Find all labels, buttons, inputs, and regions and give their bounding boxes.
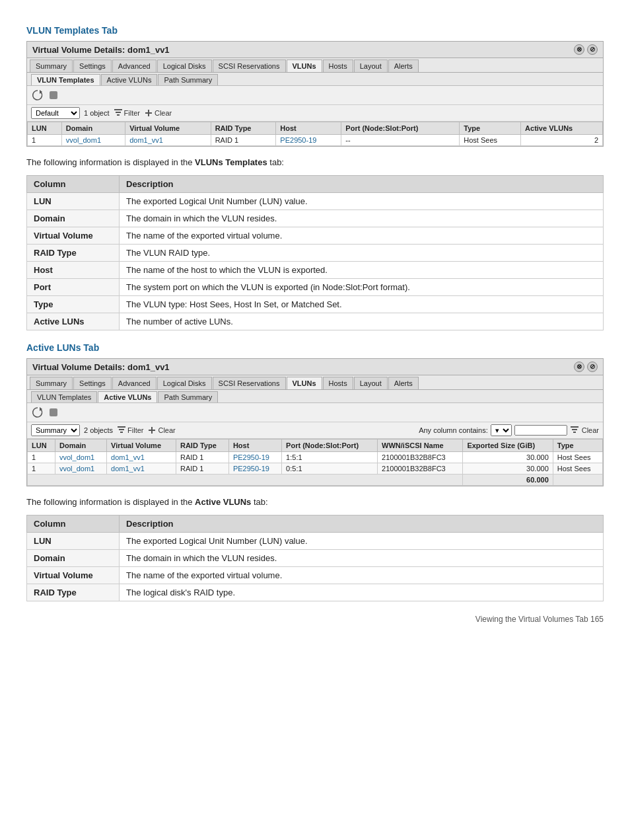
col-host-2[interactable]: Host xyxy=(228,439,281,452)
clear-button-2[interactable]: Clear xyxy=(147,426,175,435)
minimize-icon[interactable]: ⊗ xyxy=(574,44,584,55)
col-port-1[interactable]: Port (Node:Slot:Port) xyxy=(341,122,460,135)
active-luns-section: Active LUNs Tab Virtual Volume Details: … xyxy=(26,342,604,601)
stop-icon-2[interactable] xyxy=(47,406,60,419)
tab-alerts[interactable]: Alerts xyxy=(388,59,419,72)
col-raid-type-1[interactable]: RAID Type xyxy=(211,122,276,135)
subtab-path-summary[interactable]: Path Summary xyxy=(158,74,218,85)
subtab-active-vluns[interactable]: Active VLUNs xyxy=(101,74,158,85)
col-active-vluns-1[interactable]: Active VLUNs xyxy=(521,122,603,135)
any-col-input[interactable] xyxy=(514,425,567,436)
tab-layout-2[interactable]: Layout xyxy=(354,377,388,389)
cell-domain: vvol_dom1 xyxy=(61,135,125,146)
subtabs-row-2: VLUN Templates Active VLUNs Path Summary xyxy=(27,390,603,403)
svg-rect-8 xyxy=(50,408,57,416)
svg-rect-14 xyxy=(571,426,578,428)
filter-button-2[interactable]: Filter xyxy=(117,426,143,435)
col-domain-1[interactable]: Domain xyxy=(61,122,125,135)
tab-scsi-reservations-2[interactable]: SCSI Reservations xyxy=(213,377,286,389)
tab-advanced-2[interactable]: Advanced xyxy=(112,377,157,389)
tab-settings[interactable]: Settings xyxy=(73,59,112,72)
any-col-filter: Any column contains: ▾ Clear xyxy=(419,424,599,436)
clear-right-button[interactable]: Clear xyxy=(582,426,599,434)
desc-desc-header-1: Description xyxy=(120,176,604,193)
subtab-path-summary-2[interactable]: Path Summary xyxy=(158,391,218,402)
tab-summary-2[interactable]: Summary xyxy=(30,377,73,389)
tab-settings-2[interactable]: Settings xyxy=(73,377,112,389)
close-icon[interactable]: ⊘ xyxy=(587,44,598,55)
tab-summary[interactable]: Summary xyxy=(30,59,73,72)
refresh-icon[interactable] xyxy=(31,89,44,102)
svg-rect-9 xyxy=(118,426,125,428)
cell-lun: 1 xyxy=(28,135,62,146)
active-luns-titlebar-icons: ⊗ ⊘ xyxy=(574,362,598,372)
clear-button-1[interactable]: Clear xyxy=(144,108,172,118)
vlun-templates-desc-table: Column Description LUN The exported Logi… xyxy=(26,175,604,330)
tab-hosts-2[interactable]: Hosts xyxy=(323,377,353,389)
subtab-vlun-templates-2[interactable]: VLUN Templates xyxy=(31,391,97,402)
col-virtual-volume-2[interactable]: Virtual Volume xyxy=(107,439,176,452)
col-type-1[interactable]: Type xyxy=(460,122,521,135)
col-lun-2[interactable]: LUN xyxy=(28,439,55,452)
desc-desc: The name of the exported virtual volume. xyxy=(120,227,604,245)
minimize-icon-2[interactable]: ⊗ xyxy=(574,362,584,372)
toolbar-1 xyxy=(27,86,603,105)
svg-rect-10 xyxy=(119,429,124,430)
tab-logical-disks-2[interactable]: Logical Disks xyxy=(157,377,212,389)
svg-rect-1 xyxy=(50,91,57,99)
stop-icon[interactable] xyxy=(47,89,60,102)
desc-col: LUN xyxy=(27,533,120,550)
col-type-2[interactable]: Type xyxy=(553,439,602,452)
desc-desc-header-2: Description xyxy=(120,515,604,533)
cell-raid: RAID 1 xyxy=(176,463,228,475)
list-item: Active LUNs The number of active LUNs. xyxy=(27,313,604,330)
col-wwn-2[interactable]: WWN/iSCSI Name xyxy=(378,439,463,452)
filter-button-1[interactable]: Filter xyxy=(114,108,140,118)
col-raid-type-2[interactable]: RAID Type xyxy=(176,439,228,452)
tab-vluns[interactable]: VLUNs xyxy=(287,59,322,72)
active-luns-title: Virtual Volume Details: dom1_vv1 xyxy=(32,362,170,372)
desc-col-header-1: Column xyxy=(27,176,120,193)
list-item: Domain The domain in which the VLUN resi… xyxy=(27,210,604,227)
tab-layout[interactable]: Layout xyxy=(354,59,388,72)
tab-scsi-reservations[interactable]: SCSI Reservations xyxy=(213,59,286,72)
svg-rect-16 xyxy=(573,432,576,433)
col-domain-2[interactable]: Domain xyxy=(55,439,106,452)
tab-logical-disks[interactable]: Logical Disks xyxy=(157,59,212,72)
active-luns-titlebar: Virtual Volume Details: dom1_vv1 ⊗ ⊘ xyxy=(27,359,603,375)
close-icon-2[interactable]: ⊘ xyxy=(587,362,598,372)
list-item: LUN The exported Logical Unit Number (LU… xyxy=(27,533,604,550)
col-exported-size-2[interactable]: Exported Size (GiB) xyxy=(463,439,553,452)
col-virtual-volume-1[interactable]: Virtual Volume xyxy=(125,122,211,135)
col-port-2[interactable]: Port (Node:Slot:Port) xyxy=(282,439,378,452)
col-lun-1[interactable]: LUN xyxy=(28,122,62,135)
cell-vv: dom1_vv1 xyxy=(107,463,176,475)
cell-active-vluns: 2 xyxy=(521,135,603,146)
cell-lun: 1 xyxy=(28,452,55,463)
active-luns-table: LUN Domain Virtual Volume RAID Type Host… xyxy=(27,439,603,486)
tab-alerts-2[interactable]: Alerts xyxy=(388,377,419,389)
col-host-1[interactable]: Host xyxy=(276,122,341,135)
cell-vv: dom1_vv1 xyxy=(125,135,211,146)
tab-hosts[interactable]: Hosts xyxy=(323,59,353,72)
refresh-icon-2[interactable] xyxy=(31,406,44,419)
cell-domain: vvol_dom1 xyxy=(55,463,106,475)
total-row: 60.000 xyxy=(28,475,603,486)
titlebar-icons: ⊗ ⊘ xyxy=(574,44,598,55)
any-col-dropdown[interactable]: ▾ xyxy=(491,424,512,436)
vlun-templates-titlebar: Virtual Volume Details: dom1_vv1 ⊗ ⊘ xyxy=(27,42,603,58)
subtab-active-vluns-2[interactable]: Active VLUNs xyxy=(98,391,157,402)
desc-col: Domain xyxy=(27,550,120,567)
tab-advanced[interactable]: Advanced xyxy=(112,59,157,72)
cell-port: 0:5:1 xyxy=(282,463,378,475)
desc-col: Host xyxy=(27,262,120,279)
cell-type: Host Sees xyxy=(460,135,521,146)
filter-dropdown-2[interactable]: Summary Default xyxy=(31,424,80,436)
filter-dropdown-1[interactable]: Default Summary xyxy=(31,107,80,119)
toolbar-2 xyxy=(27,403,603,422)
main-tabs-row: Summary Settings Advanced Logical Disks … xyxy=(27,58,603,73)
list-item: Virtual Volume The name of the exported … xyxy=(27,227,604,245)
tab-vluns-2[interactable]: VLUNs xyxy=(287,377,322,389)
cell-exported-size: 30.000 xyxy=(463,463,553,475)
subtab-vlun-templates[interactable]: VLUN Templates xyxy=(31,74,100,85)
